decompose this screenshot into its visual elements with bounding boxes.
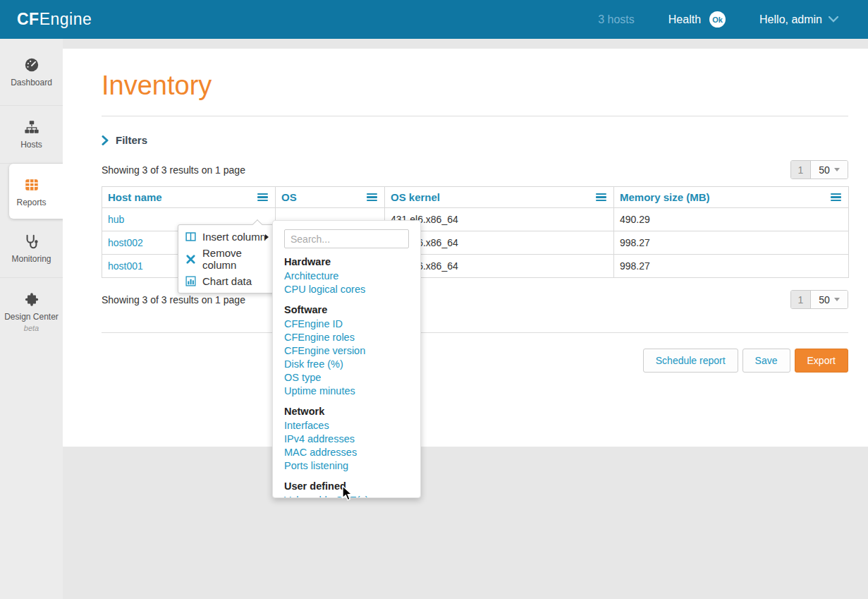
menu-item-label: Chart data (202, 275, 252, 287)
divider (102, 332, 848, 333)
host-link[interactable]: host001 (108, 260, 143, 272)
attribute-option[interactable]: CFEngine roles (284, 331, 409, 344)
column-menu-icon[interactable] (256, 192, 269, 203)
caret-down-icon (834, 298, 840, 301)
remove-icon (185, 254, 196, 265)
host-link[interactable]: hub (108, 214, 124, 225)
column-header-memory: Memory size (MB) (614, 187, 849, 208)
menu-item-remove-column[interactable]: Remove column (178, 245, 274, 273)
save-button[interactable]: Save (742, 349, 790, 373)
sidebar-item-reports[interactable]: Reports (0, 164, 63, 220)
gauge-icon (24, 57, 39, 73)
group-header-user-defined: User defined (284, 480, 409, 492)
attribute-option[interactable]: Interfaces (284, 419, 409, 432)
menu-item-label: Remove column (202, 247, 267, 271)
memory-cell: 490.29 (614, 208, 849, 231)
sidebar-item-label: Monitoring (11, 254, 51, 264)
pagination-bottom: 1 50 (790, 290, 848, 309)
sidebar: Dashboard Hosts Reports Monitoring (0, 39, 63, 599)
sidebar-item-label: Reports (16, 198, 46, 207)
export-button[interactable]: Export (795, 349, 848, 373)
attribute-option[interactable]: CFEngine ID (284, 317, 409, 331)
stethoscope-icon (24, 234, 39, 249)
column-label: OS (281, 191, 297, 203)
group-header-hardware: Hardware (284, 256, 409, 267)
column-label: Host name (108, 191, 162, 203)
menu-item-chart-data[interactable]: Chart data (178, 273, 274, 289)
chevron-right-icon (102, 135, 109, 145)
page-size-select[interactable]: 50 (811, 161, 848, 179)
attribute-option[interactable]: Disk free (%) (284, 358, 409, 371)
column-label: Memory size (MB) (620, 191, 710, 203)
user-greeting: Hello, admin (759, 13, 822, 26)
attribute-option[interactable]: IPv4 addresses (284, 432, 409, 446)
bar-chart-icon (185, 276, 196, 286)
top-bar: CFEngine 3 hosts Health Ok Hello, admin (0, 0, 868, 39)
attribute-option[interactable]: Ports listening (284, 459, 409, 473)
sidebar-item-design-center[interactable]: Design Center beta (0, 278, 63, 346)
attribute-option[interactable]: CFEngine version (284, 344, 409, 358)
attribute-option[interactable]: MAC addresses (284, 446, 409, 459)
submenu-caret-icon (265, 234, 269, 240)
page-title: Inventory (102, 71, 848, 101)
sidebar-item-dashboard[interactable]: Dashboard (0, 39, 63, 106)
sidebar-item-monitoring[interactable]: Monitoring (0, 220, 63, 278)
attribute-option[interactable]: OS type (284, 371, 409, 385)
beta-badge: beta (24, 324, 39, 332)
column-menu-icon[interactable] (365, 192, 379, 203)
attribute-option[interactable]: Uptime minutes (284, 385, 409, 398)
puzzle-icon (24, 291, 39, 307)
column-header-os: OS (276, 187, 385, 208)
column-header-os-kernel: OS kernel (385, 187, 614, 208)
divider (102, 116, 848, 116)
memory-cell: 998.27 (614, 255, 849, 278)
page-size-value: 50 (819, 164, 830, 176)
results-summary-bottom: Showing 3 of 3 results on 1 page (102, 294, 245, 305)
insert-column-icon (185, 231, 196, 242)
cfengine-logo[interactable]: CFEngine (17, 10, 92, 29)
hosts-count[interactable]: 3 hosts (598, 13, 635, 26)
column-header-host-name: Host name (102, 187, 276, 208)
group-header-software: Software (284, 304, 409, 315)
schedule-report-button[interactable]: Schedule report (643, 349, 738, 373)
caret-down-icon (834, 168, 840, 171)
results-summary-top: Showing 3 of 3 results on 1 page (102, 164, 245, 176)
page-size-select[interactable]: 50 (811, 291, 848, 308)
column-menu-icon[interactable] (829, 192, 843, 203)
column-menu-icon[interactable] (594, 192, 608, 203)
menu-item-label: Insert column (202, 231, 266, 243)
sidebar-item-label: Design Center (4, 312, 59, 322)
group-header-network: Network (284, 406, 409, 417)
page-number-button[interactable]: 1 (791, 291, 811, 308)
pagination-top: 1 50 (790, 160, 848, 179)
sidebar-item-label: Hosts (20, 140, 42, 150)
logo-light: Engine (39, 10, 92, 28)
user-menu[interactable]: Hello, admin (759, 13, 838, 26)
host-link[interactable]: host002 (108, 237, 143, 248)
memory-cell: 998.27 (614, 231, 849, 255)
health-label: Health (668, 13, 701, 26)
table-header-row: Host name OS OS kernel Memory size (MB) (102, 187, 849, 208)
table-icon (24, 177, 39, 193)
attribute-option[interactable]: CPU logical cores (284, 283, 409, 296)
sidebar-item-label: Dashboard (11, 78, 52, 87)
sitemap-icon (24, 119, 39, 135)
chevron-down-icon (829, 16, 838, 23)
column-label: OS kernel (391, 191, 440, 203)
sidebar-item-hosts[interactable]: Hosts (0, 106, 63, 164)
filters-toggle[interactable]: Filters (102, 134, 848, 146)
health-ok-badge: Ok (709, 11, 726, 28)
health-indicator[interactable]: Health Ok (668, 11, 726, 28)
filters-label: Filters (116, 134, 147, 146)
page-size-value: 50 (819, 294, 830, 305)
column-context-menu: Insert column Remove column Chart data (178, 224, 275, 294)
menu-item-insert-column[interactable]: Insert column (178, 229, 274, 245)
search-input[interactable] (284, 229, 409, 248)
attribute-option[interactable]: Vulnerable CVE(s) (284, 494, 409, 498)
logo-bold: CF (17, 10, 39, 28)
attribute-option[interactable]: Architecture (284, 270, 409, 283)
page-number-button[interactable]: 1 (791, 161, 811, 179)
insert-column-panel: Hardware Architecture CPU logical cores … (272, 220, 421, 498)
